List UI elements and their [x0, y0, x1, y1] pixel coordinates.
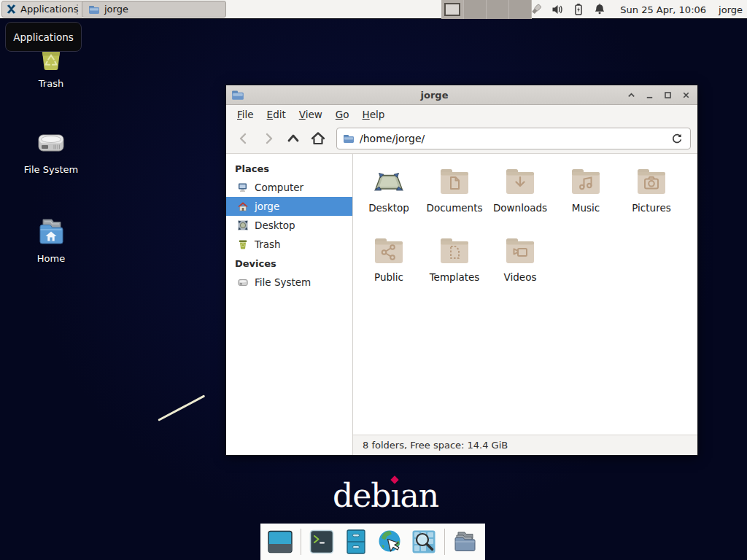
downloads-folder-icon — [503, 164, 538, 199]
battery-icon[interactable] — [572, 3, 585, 16]
system-tray: Sun 25 Apr, 10:06 jorge — [530, 0, 743, 19]
xfce-logo-icon — [6, 4, 17, 15]
close-button[interactable] — [679, 88, 692, 101]
folder-item-desktop[interactable]: Desktop — [356, 164, 422, 233]
documents-folder-icon — [437, 164, 472, 199]
notification-bell-icon[interactable] — [593, 3, 606, 16]
workspace-switcher[interactable] — [441, 0, 532, 19]
places-header: Places — [226, 159, 352, 178]
hard-drive-icon — [34, 125, 69, 160]
menu-help[interactable]: Help — [356, 106, 392, 123]
removable-device-icon[interactable] — [530, 3, 543, 16]
show-desktop-icon — [266, 528, 294, 556]
folder-item-templates[interactable]: Templates — [422, 233, 487, 303]
location-path[interactable]: /home/jorge/ — [360, 133, 665, 144]
location-folder-icon — [343, 133, 355, 144]
folder-item-public[interactable]: Public — [356, 233, 422, 303]
folder-label: Pictures — [619, 202, 684, 214]
toolbar: /home/jorge/ — [226, 124, 697, 154]
home-button[interactable] — [307, 128, 329, 149]
menu-view[interactable]: View — [293, 106, 329, 123]
drive-small-icon — [237, 276, 249, 288]
folder-label: Music — [553, 202, 619, 214]
desktop-icon-file-system[interactable]: File System — [16, 125, 86, 175]
folder-label: Videos — [487, 271, 553, 283]
folder-label: Documents — [422, 202, 487, 214]
desktop-icon — [237, 219, 249, 231]
desktop-icon-file-system-label: File System — [16, 164, 86, 175]
desktop-icon-home-label: Home — [16, 253, 86, 264]
window-titlebar[interactable]: jorge — [226, 85, 697, 105]
folder-item-videos[interactable]: Videos — [487, 233, 553, 303]
file-manager-window: jorge File Edit View Go Help — [225, 85, 698, 456]
public-folder-icon — [371, 233, 406, 268]
sidebar-item-trash[interactable]: Trash — [226, 235, 352, 254]
workspace-1[interactable] — [441, 0, 464, 19]
workspace-window-preview — [444, 3, 460, 16]
forward-button[interactable] — [258, 128, 279, 149]
back-button[interactable] — [233, 128, 255, 149]
panel-username[interactable]: jorge — [719, 4, 743, 15]
application-finder-launcher[interactable] — [408, 526, 440, 558]
panel-drag-handle[interactable] — [76, 4, 79, 15]
web-browser-launcher[interactable] — [374, 526, 406, 558]
sidebar-item-desktop-label: Desktop — [255, 219, 295, 231]
menu-edit[interactable]: Edit — [260, 106, 293, 123]
sidebar-item-jorge[interactable]: jorge — [226, 197, 352, 216]
status-bar: 8 folders, Free space: 14.4 GiB — [353, 435, 697, 455]
web-browser-globe-icon — [376, 528, 403, 556]
bottom-dock-panel — [260, 524, 485, 560]
terminal-launcher[interactable] — [306, 526, 338, 558]
menu-file[interactable]: File — [231, 106, 260, 123]
files-grid: Desktop Documents — [356, 164, 684, 303]
sidebar-item-file-system[interactable]: File System — [226, 273, 352, 292]
folder-item-pictures[interactable]: Pictures — [619, 164, 684, 233]
top-panel: Applications jorge — [0, 0, 747, 19]
debian-logo-text-end: an — [400, 477, 438, 514]
applications-menu-label: Applications — [20, 4, 78, 15]
file-cabinet-icon — [342, 528, 370, 556]
location-bar[interactable]: /home/jorge/ — [336, 128, 691, 149]
taskbar-window-label: jorge — [104, 4, 128, 15]
sidebar-item-computer-label: Computer — [255, 182, 303, 193]
dock-separator — [301, 529, 301, 555]
pictures-folder-icon — [634, 164, 669, 199]
application-finder-icon — [410, 528, 438, 556]
sidebar-item-computer[interactable]: Computer — [226, 178, 352, 197]
workspace-4[interactable] — [509, 0, 532, 19]
shade-button[interactable] — [624, 88, 638, 101]
applications-menu-button[interactable]: Applications — [1, 1, 84, 18]
file-manager-launcher[interactable] — [340, 526, 372, 558]
menu-go[interactable]: Go — [329, 106, 356, 123]
home-folder-icon — [34, 214, 69, 249]
show-desktop-button[interactable] — [264, 526, 296, 558]
folder-item-downloads[interactable]: Downloads — [487, 164, 553, 233]
folder-item-documents[interactable]: Documents — [422, 164, 487, 233]
sidebar-item-desktop[interactable]: Desktop — [226, 216, 352, 235]
places-sidebar: Places Computer — [226, 154, 353, 455]
debian-wallpaper-logo: debıan — [333, 480, 438, 512]
panel-clock[interactable]: Sun 25 Apr, 10:06 — [620, 4, 706, 15]
folder-label: Desktop — [356, 202, 422, 214]
home-icon — [237, 201, 249, 212]
workspace-2[interactable] — [464, 0, 487, 19]
up-button[interactable] — [282, 128, 304, 149]
window-title: jorge — [244, 90, 624, 101]
applications-tooltip-text: Applications — [13, 31, 73, 43]
taskbar-window-button[interactable]: jorge — [82, 1, 226, 18]
titlebar-folder-icon — [231, 88, 244, 101]
minimize-button[interactable] — [643, 88, 656, 101]
reload-icon[interactable] — [670, 131, 684, 146]
wallpaper-stray-line — [158, 394, 205, 421]
folder-item-music[interactable]: Music — [553, 164, 619, 233]
desktop-icon-home[interactable]: Home — [16, 214, 86, 264]
file-view[interactable]: Desktop Documents — [353, 154, 697, 455]
maximize-button[interactable] — [661, 88, 674, 101]
terminal-icon — [308, 528, 336, 556]
volume-icon[interactable] — [551, 3, 564, 16]
directory-menu-button[interactable] — [449, 526, 481, 558]
debian-logo-text: deb — [333, 477, 390, 514]
workspace-3[interactable] — [487, 0, 509, 19]
folder-label: Public — [356, 271, 422, 283]
status-bar-text: 8 folders, Free space: 14.4 GiB — [363, 440, 508, 451]
